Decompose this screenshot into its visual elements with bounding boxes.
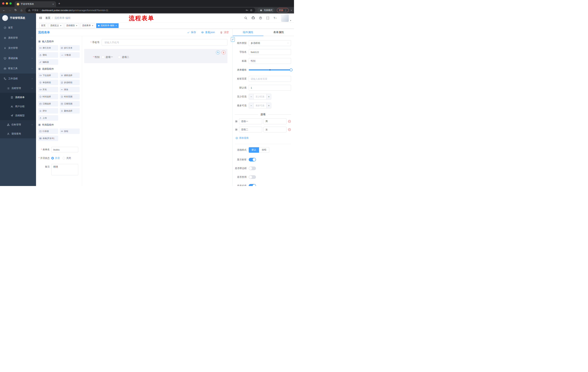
browser-tab[interactable]: 芋道管理系统 × (15, 1, 56, 7)
help-icon[interactable] (259, 16, 262, 20)
component-item[interactable]: 密码 (38, 52, 58, 58)
reload-icon[interactable]: ↻ (14, 9, 18, 12)
link-handle[interactable] (231, 37, 235, 42)
component-item[interactable]: 单选框组 (38, 80, 58, 85)
min-select-placeholder[interactable]: 至少应选 (254, 94, 266, 99)
field-name-input[interactable] (249, 49, 291, 55)
component-item[interactable]: 评分 (38, 108, 58, 114)
label-width-input[interactable] (249, 76, 291, 82)
component-item[interactable]: 多行文本 (60, 45, 80, 51)
add-option-button[interactable]: 添加选项 (235, 136, 249, 139)
show-label-switch[interactable] (249, 158, 256, 161)
sidebar-item-workflow[interactable]: 工作流程 (0, 74, 36, 84)
required-switch[interactable] (249, 184, 256, 186)
option-label-input[interactable] (239, 118, 262, 124)
home-icon[interactable]: ⌂ (20, 9, 23, 12)
tag-home[interactable]: 首页 (39, 23, 47, 28)
breadcrumb-home[interactable]: 首页 (45, 16, 50, 20)
sidebar-item-home[interactable]: 首页 (0, 22, 36, 33)
component-item[interactable]: 下拉选择 (38, 73, 58, 78)
avatar[interactable] (281, 14, 289, 22)
decrease-button[interactable]: − (249, 94, 254, 99)
sidebar-item-process-form[interactable]: 流程表单 (0, 93, 36, 102)
view-json-button[interactable]: 查看json (201, 31, 215, 34)
component-item[interactable]: 日期范围 (60, 101, 80, 106)
close-icon[interactable]: × (60, 24, 62, 27)
sidebar-item-task-admin[interactable]: 任务管理 (0, 120, 36, 129)
new-tab-button[interactable]: + (58, 2, 60, 5)
option-value-input[interactable] (263, 118, 286, 124)
component-item[interactable]: 上传 (38, 115, 58, 121)
address-bar[interactable]: 不安全 dashboard.yudao.iocoder.cn/bpm/manag… (25, 8, 255, 13)
drag-handle-icon[interactable] (235, 128, 238, 131)
component-item[interactable]: 编辑器 (38, 59, 58, 65)
increase-button[interactable]: + (266, 94, 271, 99)
close-icon[interactable]: × (92, 24, 93, 27)
canvas-field-phone[interactable]: 手机号 (84, 39, 227, 46)
component-item[interactable]: 多选框组 (60, 80, 80, 85)
password-key-icon[interactable] (245, 9, 248, 12)
sidebar-item-process-model[interactable]: 流程模型 (0, 111, 36, 120)
remark-textarea[interactable]: 嘿嘿 (51, 164, 78, 175)
component-item[interactable]: 按钮 (60, 128, 80, 134)
component-item[interactable]: 级联选择 (60, 73, 80, 78)
border-switch[interactable] (249, 167, 256, 170)
sidebar-item-devtools[interactable]: 研发工具 (0, 63, 36, 74)
tab-close-icon[interactable]: × (52, 3, 55, 6)
component-type-select[interactable]: 多选框组 (249, 40, 291, 46)
grid-slider[interactable] (249, 67, 291, 73)
component-item[interactable]: 滑块 (60, 87, 80, 92)
sidebar-item-infrastructure[interactable]: 基础设施 (0, 53, 36, 63)
style-button-button[interactable]: 按钮 (259, 147, 269, 153)
radio-enabled[interactable]: 开启 (51, 157, 60, 160)
increase-button[interactable]: + (266, 103, 271, 108)
tab-component-props[interactable]: 组件属性 (233, 29, 263, 36)
sidebar-toggle-icon[interactable] (39, 16, 42, 20)
clear-button[interactable]: 清空 (220, 31, 229, 34)
browser-menu-icon[interactable]: ⋮ (284, 9, 287, 12)
canvas-field-gender-selected[interactable]: 性别 选项一 选项二 (84, 49, 227, 63)
tag-process-definition[interactable]: 流程定义× (48, 23, 63, 28)
default-value-input[interactable] (249, 85, 291, 91)
close-icon[interactable]: × (76, 24, 77, 27)
back-icon[interactable]: ← (2, 9, 6, 12)
component-item[interactable]: 计数器 (60, 52, 80, 58)
fullscreen-icon[interactable] (266, 16, 269, 20)
sidebar-item-system[interactable]: 系统管理 (0, 33, 36, 43)
minimize-window-button[interactable] (6, 2, 8, 5)
option-value-input[interactable] (263, 127, 286, 132)
radio-disabled[interactable]: 关闭 (63, 157, 71, 160)
toolbar-chevron-icon[interactable]: ▾ (291, 9, 292, 11)
disabled-switch[interactable] (249, 175, 256, 179)
component-item[interactable]: 颜色选择 (60, 108, 80, 114)
component-item[interactable]: 时间选择 (38, 94, 58, 99)
phone-input[interactable] (102, 39, 227, 46)
sidebar-item-user-group[interactable]: 用户分组 (0, 102, 36, 111)
checkbox-box[interactable] (118, 56, 121, 58)
slider-handle[interactable] (290, 68, 293, 71)
sidebar-item-leave-query[interactable]: 请假查询 (0, 129, 36, 138)
close-window-button[interactable] (2, 2, 4, 5)
component-item[interactable]: 单行文本 (38, 45, 58, 51)
drag-handle-icon[interactable] (235, 120, 238, 123)
checkbox-option-2[interactable]: 选项二 (118, 55, 129, 59)
tag-process-model[interactable]: 流程模型× (64, 23, 79, 28)
option-label-input[interactable] (239, 127, 262, 132)
checkbox-option-1[interactable]: 选项一 (102, 55, 113, 59)
checkbox-box[interactable] (102, 56, 104, 58)
bookmark-star-icon[interactable] (250, 9, 253, 12)
delete-field-button[interactable] (221, 50, 226, 54)
max-select-placeholder[interactable]: 最多可选 (254, 103, 266, 108)
browser-update-button[interactable]: 更新 ⋮ (277, 8, 289, 12)
component-item[interactable]: 日期选择 (38, 101, 58, 106)
tag-process-form[interactable]: 流程表单× (80, 23, 95, 28)
component-item[interactable]: 开关 (38, 87, 58, 92)
security-label[interactable]: 不安全 (32, 9, 39, 12)
close-icon[interactable]: × (116, 24, 117, 27)
title-input[interactable] (249, 58, 291, 64)
decrease-button[interactable]: − (249, 103, 254, 108)
forward-icon[interactable]: → (8, 9, 12, 12)
tag-process-form-edit[interactable]: 流程表单-编辑× (96, 23, 119, 28)
remove-option-icon[interactable] (288, 120, 291, 123)
form-name-input[interactable] (51, 147, 78, 152)
